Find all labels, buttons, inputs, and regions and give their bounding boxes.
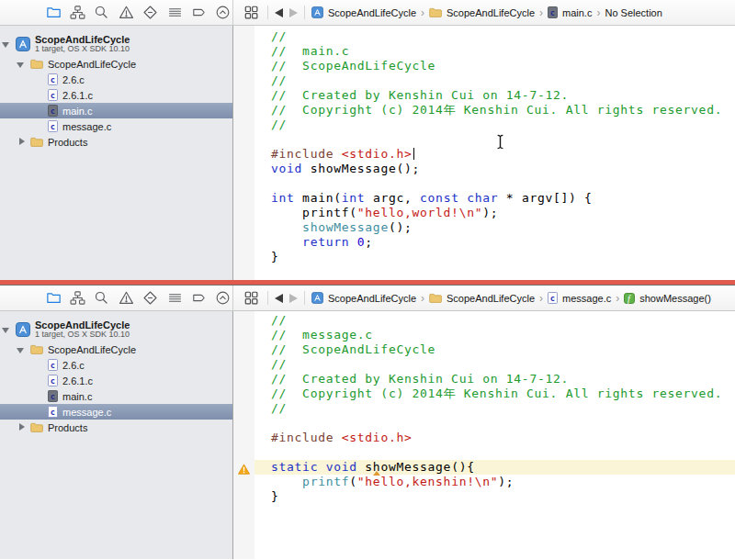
breadcrumb-file[interactable]: main.c bbox=[548, 6, 592, 18]
find-navigator-icon[interactable] bbox=[93, 3, 111, 22]
code-editor[interactable]: //// main.c// ScopeAndLifeCycle//// Crea… bbox=[254, 26, 735, 280]
disclosure-open-icon[interactable] bbox=[2, 39, 11, 49]
sidebar-item-products[interactable]: Products bbox=[0, 420, 232, 435]
issue-caret-icon bbox=[373, 471, 380, 476]
code-line[interactable]: // bbox=[254, 313, 735, 328]
issue-navigator-icon[interactable] bbox=[117, 288, 135, 308]
code-line[interactable]: // Created by Kenshin Cui on 14-7-12. bbox=[254, 88, 735, 103]
code-line[interactable]: showMessage(); bbox=[254, 220, 735, 235]
sidebar-item-file-selected[interactable]: main.c bbox=[0, 103, 232, 118]
file-label: 2.6.1.c bbox=[62, 375, 93, 386]
disclosure-closed-icon[interactable] bbox=[17, 138, 26, 147]
sidebar-item-project[interactable]: ScopeAndLifeCycle 1 target, OS X SDK 10.… bbox=[0, 31, 232, 56]
code-line[interactable]: printf("hello,kenshin!\n"); bbox=[254, 475, 735, 489]
disclosure-open-icon[interactable] bbox=[17, 60, 26, 69]
c-file-icon bbox=[548, 6, 558, 18]
code-line[interactable]: // bbox=[254, 401, 735, 416]
source-editor-bottom[interactable]: //// message.c// ScopeAndLifeCycle//// C… bbox=[233, 311, 735, 559]
source-editor-top[interactable]: //// main.c// ScopeAndLifeCycle//// Crea… bbox=[233, 26, 735, 280]
breakpoint-navigator-icon[interactable] bbox=[189, 3, 208, 22]
disclosure-open-icon[interactable] bbox=[17, 345, 26, 354]
sidebar-item-file-selected[interactable]: message.c bbox=[0, 404, 232, 420]
code-line[interactable] bbox=[254, 416, 735, 431]
code-editor[interactable]: //// message.c// ScopeAndLifeCycle//// C… bbox=[254, 311, 735, 559]
sidebar-item-file[interactable]: 2.6.c bbox=[0, 72, 232, 87]
code-line[interactable]: void showMessage(); bbox=[254, 162, 735, 176]
toolbar-top: ScopeAndLifeCycle › ScopeAndLifeCycle › … bbox=[0, 0, 735, 26]
group-label: ScopeAndLifeCycle bbox=[48, 59, 136, 70]
sidebar-item-products[interactable]: Products bbox=[0, 134, 232, 150]
code-line[interactable]: #include <stdio.h> bbox=[254, 431, 735, 445]
breadcrumb-project[interactable]: ScopeAndLifeCycle bbox=[311, 292, 416, 304]
breadcrumb-label: message.c bbox=[562, 293, 611, 304]
c-file-icon bbox=[48, 390, 58, 402]
sidebar-item-file[interactable]: message.c bbox=[0, 118, 232, 134]
sidebar-item-file[interactable]: 2.6.1.c bbox=[0, 87, 232, 103]
chevron-icon: › bbox=[421, 6, 424, 19]
chevron-icon: › bbox=[539, 292, 543, 305]
debug-navigator-icon[interactable] bbox=[165, 3, 184, 22]
forward-button[interactable] bbox=[289, 8, 298, 17]
report-navigator-icon[interactable] bbox=[214, 3, 232, 22]
code-line[interactable]: return 0; bbox=[254, 235, 735, 250]
code-line[interactable]: int main(int argc, const char * argv[]) … bbox=[254, 191, 735, 206]
code-line[interactable] bbox=[254, 132, 735, 147]
forward-button[interactable] bbox=[289, 294, 298, 303]
code-line[interactable]: // bbox=[254, 73, 735, 88]
code-line[interactable]: printf("hello,world!\n"); bbox=[254, 206, 735, 220]
project-navigator-icon[interactable] bbox=[44, 3, 62, 22]
code-line[interactable]: // Copyright (c) 2014年 Kenshin Cui. All … bbox=[254, 103, 735, 118]
code-line[interactable]: // Created by Kenshin Cui on 14-7-12. bbox=[254, 372, 735, 386]
breakpoint-navigator-icon[interactable] bbox=[189, 288, 208, 308]
code-line[interactable]: // message.c bbox=[254, 328, 735, 342]
issue-navigator-icon[interactable] bbox=[117, 3, 135, 22]
code-line[interactable] bbox=[254, 176, 735, 191]
test-navigator-icon[interactable] bbox=[141, 288, 160, 308]
report-navigator-icon[interactable] bbox=[214, 288, 232, 308]
jump-bar-top: ScopeAndLifeCycle › ScopeAndLifeCycle › … bbox=[233, 0, 735, 25]
breadcrumb-project[interactable]: ScopeAndLifeCycle bbox=[311, 6, 416, 18]
sidebar-item-file[interactable]: main.c bbox=[0, 388, 232, 404]
code-line[interactable] bbox=[254, 445, 735, 460]
jump-bar-bottom: ScopeAndLifeCycle › ScopeAndLifeCycle › … bbox=[233, 286, 735, 310]
symbol-navigator-icon[interactable] bbox=[68, 288, 86, 308]
code-line[interactable]: } bbox=[254, 250, 735, 264]
sidebar-item-file[interactable]: 2.6.1.c bbox=[0, 373, 232, 388]
back-button[interactable] bbox=[275, 8, 283, 17]
debug-navigator-icon[interactable] bbox=[165, 288, 184, 308]
breadcrumb: ScopeAndLifeCycle › ScopeAndLifeCycle › … bbox=[311, 6, 662, 19]
disclosure-closed-icon[interactable] bbox=[17, 423, 26, 432]
code-line[interactable]: } bbox=[254, 489, 735, 504]
disclosure-open-icon[interactable] bbox=[2, 325, 11, 334]
sidebar-item-group[interactable]: ScopeAndLifeCycle bbox=[0, 342, 232, 357]
sidebar-item-file[interactable]: 2.6.c bbox=[0, 357, 232, 373]
code-line[interactable]: // ScopeAndLifeCycle bbox=[254, 59, 735, 73]
related-items-icon[interactable] bbox=[242, 3, 261, 22]
navigator-bar-bottom bbox=[0, 286, 233, 310]
breadcrumb-group[interactable]: ScopeAndLifeCycle bbox=[429, 293, 535, 304]
sidebar-item-group[interactable]: ScopeAndLifeCycle bbox=[0, 56, 232, 72]
sidebar-item-project[interactable]: ScopeAndLifeCycle 1 target, OS X SDK 10.… bbox=[0, 317, 232, 342]
code-line[interactable]: // main.c bbox=[254, 44, 735, 59]
code-line[interactable]: static void showMessage(){ bbox=[254, 460, 735, 475]
related-items-icon[interactable] bbox=[242, 288, 261, 308]
test-navigator-icon[interactable] bbox=[141, 3, 160, 22]
code-line[interactable]: // bbox=[254, 357, 735, 372]
breadcrumb-group[interactable]: ScopeAndLifeCycle bbox=[429, 7, 535, 18]
project-icon bbox=[16, 322, 30, 337]
code-line[interactable]: #include <stdio.h> bbox=[254, 147, 735, 162]
code-line[interactable]: // bbox=[254, 29, 735, 44]
warning-icon[interactable] bbox=[238, 462, 250, 473]
code-line[interactable]: // bbox=[254, 118, 735, 132]
products-label: Products bbox=[48, 422, 87, 433]
folder-icon bbox=[429, 293, 442, 303]
breadcrumb-file[interactable]: message.c bbox=[548, 292, 611, 304]
code-line[interactable]: // ScopeAndLifeCycle bbox=[254, 342, 735, 357]
symbol-navigator-icon[interactable] bbox=[68, 3, 86, 22]
breadcrumb-function[interactable]: showMessage() bbox=[624, 293, 711, 304]
code-line[interactable]: // Copyright (c) 2014年 Kenshin Cui. All … bbox=[254, 386, 735, 401]
project-navigator-icon[interactable] bbox=[44, 288, 62, 308]
back-button[interactable] bbox=[275, 294, 283, 303]
breadcrumb-selection[interactable]: No Selection bbox=[605, 7, 662, 18]
find-navigator-icon[interactable] bbox=[93, 288, 111, 308]
